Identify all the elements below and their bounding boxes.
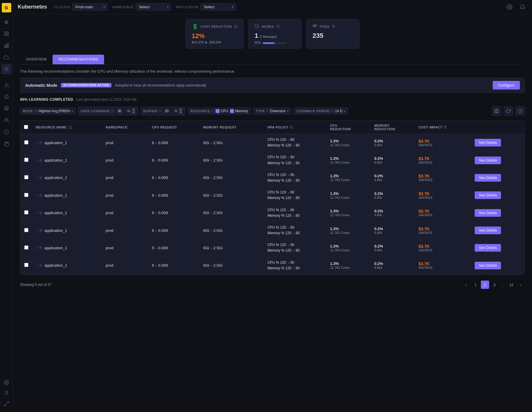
hpa-policy-cell: CPU % 120 ↘ 90 Memory % 120 ↘ 90 — [264, 187, 327, 204]
columns-icon-btn[interactable] — [492, 106, 501, 116]
mem-reduction-pct: 0.2% — [374, 139, 411, 143]
expand-row-icon[interactable]: › — [36, 141, 37, 144]
mode-info-icon[interactable]: ⓘ — [34, 109, 37, 113]
cost-sublabel: SAVINGS — [419, 144, 468, 147]
see-details-btn[interactable]: See Details — [475, 244, 501, 252]
data-coverage-up[interactable]: ▲ — [132, 108, 136, 111]
tab-overview[interactable]: OVERVIEW — [20, 55, 53, 64]
sidebar-icon-cloud[interactable] — [1, 52, 12, 63]
page-12-btn[interactable]: 12 — [507, 281, 515, 289]
data-coverage-stepper[interactable]: ▲ ▼ — [132, 108, 136, 114]
row-checkbox[interactable] — [24, 263, 28, 267]
logo[interactable]: G — [2, 3, 11, 12]
type-select[interactable]: Downsize — [270, 109, 286, 113]
row-checkbox[interactable] — [24, 140, 28, 144]
row-checkbox[interactable] — [24, 245, 28, 250]
hpa-info-icon[interactable]: ⓘ — [290, 125, 293, 129]
cost-impact-cell: $3.7K SAVINGS — [415, 152, 471, 169]
memory-request-cell: 6Gi ↘ 2.5Gi — [200, 204, 264, 222]
see-details-btn[interactable]: See Details — [475, 139, 501, 146]
tab-recommendations[interactable]: RECOMMENDATIONS — [53, 55, 104, 64]
buffer-stepper[interactable]: ▲ ▼ — [179, 108, 183, 114]
expand-row-icon[interactable]: › — [36, 194, 37, 197]
svg-rect-18 — [495, 109, 498, 113]
cpu-reduction-val: 11.762 Cores — [330, 231, 367, 235]
sidebar-icon-cube[interactable] — [1, 28, 12, 39]
cost-arrow: ▶ — [205, 40, 208, 44]
sidebar-icon-kubernetes[interactable] — [1, 64, 12, 74]
sidebar-icon-chart[interactable] — [1, 40, 12, 51]
cpu-to: 0.009 — [158, 246, 168, 250]
sidebar-icon-star[interactable] — [1, 91, 12, 102]
next-page-btn[interactable]: › — [517, 281, 525, 289]
cpu-request-cell: 6 ↘ 0.009 — [148, 239, 200, 257]
see-details-btn[interactable]: See Details — [475, 191, 501, 199]
search-icon[interactable] — [68, 125, 72, 129]
namespace-select[interactable]: Select — [136, 3, 171, 11]
sidebar-icon-download[interactable] — [1, 79, 12, 90]
row-checkbox[interactable] — [24, 158, 28, 162]
cluster-select[interactable]: Prod-main — [72, 3, 108, 11]
history-icon-btn[interactable] — [515, 106, 525, 116]
expand-row-icon[interactable]: › — [36, 176, 37, 179]
cpu-reduction-val: 11.762 Cores — [330, 178, 367, 182]
page-3-btn[interactable]: 3 — [490, 281, 499, 289]
buffer-pct: % — [174, 109, 178, 113]
select-all-checkbox[interactable] — [24, 125, 28, 129]
row-checkbox[interactable] — [24, 193, 28, 197]
sidebar-icon-shield[interactable] — [1, 127, 12, 137]
lookback-select[interactable]: 14 D — [335, 109, 343, 113]
sidebar-icon-grid[interactable]: ⊞ — [1, 17, 12, 27]
see-details-btn[interactable]: See Details — [475, 262, 501, 269]
settings-icon-btn[interactable] — [505, 2, 514, 12]
page-2-btn[interactable]: 2 — [481, 281, 489, 289]
see-details-btn[interactable]: See Details — [475, 227, 501, 234]
data-coverage-input[interactable] — [115, 109, 126, 113]
type-info-icon[interactable]: ⓘ — [266, 109, 269, 113]
buffer-info-icon[interactable]: ⓘ — [158, 109, 161, 113]
data-coverage-down[interactable]: ▼ — [132, 111, 136, 114]
row-checkbox[interactable] — [24, 228, 28, 232]
expand-row-icon[interactable]: › — [36, 159, 37, 162]
see-details-btn[interactable]: See Details — [475, 157, 501, 164]
expand-row-icon[interactable]: › — [36, 264, 37, 267]
table-header-row: RESOURCE NAME NAMESPACE CPU REQUEST MEMO… — [20, 121, 525, 134]
sidebar-icon-settings-bottom[interactable] — [1, 377, 12, 388]
row-checkbox[interactable] — [24, 210, 28, 214]
page-1-btn[interactable]: 1 — [471, 281, 480, 289]
see-details-btn[interactable]: See Details — [475, 209, 501, 217]
sidebar-icon-hand[interactable] — [1, 139, 12, 149]
application-select[interactable]: Select — [200, 3, 236, 11]
buffer-down[interactable]: ▼ — [179, 111, 183, 114]
sidebar-icon-user-bottom[interactable] — [1, 388, 12, 398]
nodes-info-icon[interactable]: ⓘ — [276, 24, 280, 29]
pods-info-icon[interactable]: ⓘ — [332, 24, 335, 29]
expand-row-icon[interactable]: › — [36, 246, 37, 250]
memory-checkbox-item[interactable]: ✓ Memory — [230, 109, 248, 113]
resource-info-icon[interactable]: ⓘ — [211, 109, 214, 113]
sidebar-icon-users[interactable] — [1, 115, 12, 126]
see-details-btn[interactable]: See Details — [475, 174, 501, 182]
sidebar-icon-layers[interactable] — [1, 103, 12, 114]
configure-button[interactable]: Configure — [493, 81, 520, 89]
row-checkbox[interactable] — [24, 175, 28, 179]
lookback-info-icon[interactable]: ⓘ — [331, 109, 334, 113]
cost-info-icon[interactable]: ⓘ — [234, 25, 237, 29]
cluster-select-wrapper[interactable]: Prod-main — [72, 3, 108, 11]
prev-page-btn[interactable]: ‹ — [462, 281, 470, 289]
sidebar-icon-expand[interactable] — [1, 398, 12, 409]
expand-row-icon[interactable]: › — [36, 211, 37, 214]
cost-info-header-icon[interactable]: ⓘ — [444, 125, 447, 129]
refresh-icon-btn[interactable] — [504, 106, 513, 116]
data-coverage-info-icon[interactable]: ⓘ — [111, 109, 114, 113]
mem-to: 2.5Gi — [213, 158, 223, 162]
mode-select[interactable]: Highest Avg.(P99)% — [38, 109, 70, 113]
buffer-up[interactable]: ▲ — [179, 108, 183, 111]
application-select-wrapper[interactable]: Select — [200, 3, 236, 11]
notification-icon-btn[interactable] — [518, 2, 527, 12]
expand-row-icon[interactable]: › — [36, 229, 37, 232]
buffer-input[interactable] — [163, 109, 173, 113]
cpu-checkbox-item[interactable]: ✓ CPU — [215, 109, 228, 113]
cpu-arrow: ↘ — [155, 264, 157, 267]
namespace-select-wrapper[interactable]: Select — [136, 3, 171, 11]
